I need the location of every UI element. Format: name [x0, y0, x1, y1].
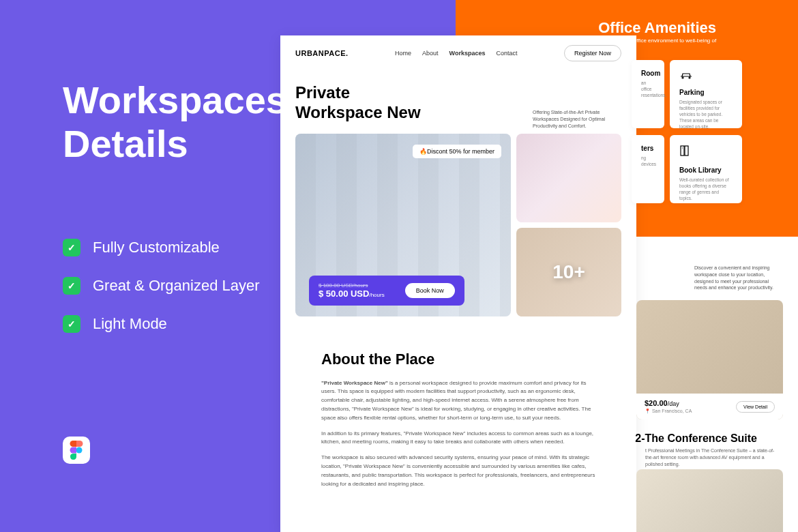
book-icon: [679, 145, 733, 160]
car-icon: [679, 70, 733, 82]
about-section: About the Place "Private Workspace New" …: [280, 316, 636, 489]
nav-link-contact[interactable]: Contact: [496, 50, 517, 57]
price-info: $ 100.00 USD/hours $ 50.00 USD/hours: [319, 282, 385, 299]
svg-rect-2: [685, 146, 688, 156]
nearby-price-block: $20.00/day 📍 San Francisco, CA: [645, 399, 692, 414]
feature-item: ✓ Light Mode: [63, 315, 260, 333]
feature-text: Fully Customizable: [93, 239, 220, 256]
features-list: ✓ Fully Customizable ✓ Great & Organized…: [63, 239, 260, 353]
amenity-card-library: Book Library Well-curated collection of …: [670, 135, 742, 203]
svg-point-0: [76, 447, 83, 454]
gallery-main: 🔥Discont 50% for member $ 100.00 USD/hou…: [295, 134, 511, 316]
about-paragraph-3: The workspace is also secured with advan…: [321, 454, 595, 488]
nav-link-home[interactable]: Home: [395, 50, 411, 57]
amenity-desc: Designated spaces or facilities provided…: [679, 99, 733, 130]
check-icon: ✓: [63, 239, 80, 256]
amenity-desc: ng devices: [641, 155, 655, 167]
register-button[interactable]: Register Now: [564, 45, 621, 61]
workspace-detail-card: URBANPACE. Home About Workspaces Contact…: [280, 35, 636, 532]
nearby-workspace-card[interactable]: $20.00/day 📍 San Francisco, CA View Deta…: [636, 300, 783, 419]
book-now-button[interactable]: Book Now: [405, 283, 455, 298]
nav-link-workspaces[interactable]: Workspaces: [449, 50, 486, 57]
old-price: $ 100.00 USD/hours: [319, 282, 385, 289]
conference-image[interactable]: [636, 469, 783, 532]
conference-desc: t Professional Meetings in The Conferenc…: [645, 447, 782, 467]
svg-rect-1: [681, 146, 684, 156]
price-card: $ 100.00 USD/hours $ 50.00 USD/hours Boo…: [309, 276, 464, 306]
amenity-desc: Well-curated collection of books offerin…: [679, 177, 733, 201]
feature-item: ✓ Great & Organized Layer: [63, 277, 260, 295]
nav-link-about[interactable]: About: [422, 50, 439, 57]
amenity-title: Room: [641, 70, 655, 77]
gallery-thumb-1[interactable]: [516, 134, 621, 222]
new-price: $ 50.00 USD/hours: [319, 289, 385, 299]
check-icon: ✓: [63, 277, 80, 295]
about-title: About the Place: [321, 351, 595, 368]
figma-icon: [63, 437, 90, 464]
amenity-title: Book Library: [679, 166, 733, 174]
amenity-card-printers: ters ng devices: [632, 135, 664, 203]
amenity-title: ters: [641, 145, 655, 152]
nearby-location: 📍 San Francisco, CA: [645, 409, 692, 414]
amenities-title: Office Amenities: [598, 19, 716, 37]
promo-title: Workspaces Details: [63, 78, 287, 166]
nearby-info-bar: $20.00/day 📍 San Francisco, CA View Deta…: [636, 394, 783, 419]
main-workspace-image[interactable]: 🔥Discont 50% for member $ 100.00 USD/hou…: [295, 134, 511, 316]
about-paragraph-2: In addition to its primary features, "Pr…: [321, 430, 595, 447]
logo[interactable]: URBANPACE.: [295, 49, 349, 57]
amenity-card-room: Room an office resentations,: [632, 60, 664, 128]
check-icon: ✓: [63, 315, 80, 333]
gallery: 🔥Discont 50% for member $ 100.00 USD/hou…: [280, 123, 636, 316]
amenity-desc: an office resentations,: [641, 80, 655, 98]
gallery-side: 10+: [516, 134, 621, 316]
gallery-thumb-more[interactable]: 10+: [516, 228, 621, 316]
nav-links: Home About Workspaces Contact: [395, 50, 517, 57]
feature-text: Light Mode: [93, 315, 167, 333]
about-paragraph-1: "Private Workspace New" is a personal wo…: [321, 379, 595, 423]
more-photos-count: 10+: [552, 261, 585, 283]
conference-title: 2-The Conference Suite: [635, 432, 757, 445]
hero-subtitle: Offering State-of-the-Art Private Worksp…: [533, 109, 621, 129]
amenity-title: Parking: [679, 89, 733, 96]
nearby-description: Discover a convenient and inspiring work…: [694, 265, 782, 291]
hero-section: Private Workspace New Offering State-of-…: [280, 71, 636, 123]
feature-text: Great & Organized Layer: [93, 277, 260, 295]
navigation: URBANPACE. Home About Workspaces Contact…: [280, 35, 636, 71]
discount-tag: 🔥Discont 50% for member: [413, 145, 501, 158]
amenity-card-parking: Parking Designated spaces or facilities …: [670, 60, 742, 128]
nearby-price: $20.00/day: [645, 399, 692, 407]
feature-item: ✓ Fully Customizable: [63, 239, 260, 256]
view-detail-button[interactable]: View Detail: [736, 401, 775, 413]
